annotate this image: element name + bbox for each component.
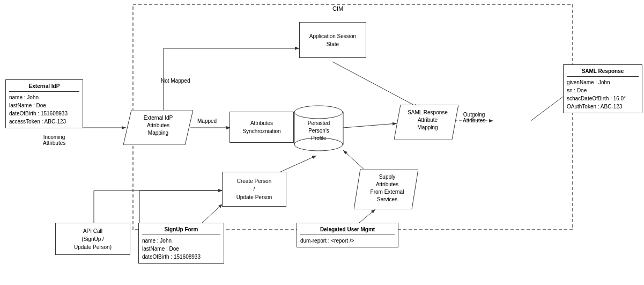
cim-label: CIM — [332, 5, 343, 12]
svg-point-22 — [294, 106, 343, 119]
svg-line-9 — [343, 123, 397, 128]
outgoing-attributes-label: OutgoingAttributes — [463, 112, 485, 123]
diagram: CIM External IdP name : John lastName : … — [0, 0, 644, 285]
svg-line-11 — [531, 97, 563, 121]
signup-form-field-2: lastName : Doe — [142, 245, 220, 253]
attributes-sync-label: AttributesSynchrozniation — [242, 119, 280, 135]
supply-attributes-box: SupplyAttributesFrom ExternalServices — [354, 169, 418, 209]
external-idp-mapping-box: External IdPAttributesMapping — [123, 110, 193, 145]
signup-form-box: SignUp Form name : John lastName : Doe d… — [138, 223, 224, 264]
api-call-label: API Call(SignUp /Update Person) — [74, 227, 112, 251]
delegated-user-mgmt-box: Delegated User Mgmt dum-report : <report… — [297, 223, 398, 247]
incoming-attributes-label: IncomingAttributes — [43, 134, 65, 146]
saml-response-mapping-box: SAML ResponseAttributeMapping — [394, 105, 458, 140]
signup-form-field-3: dateOfBirth : 151608933 — [142, 253, 220, 261]
not-mapped-label: Not Mapped — [161, 78, 190, 84]
saml-response-title: SAML Response — [567, 67, 639, 77]
saml-response-box: SAML Response givenName : John sn : Doe … — [563, 64, 642, 113]
persisted-profile-label: PersistedPerson'sProfile — [293, 120, 344, 142]
mapped-label: Mapped — [197, 118, 217, 124]
create-update-person-box: Create Person/Update Person — [222, 172, 286, 207]
create-update-person-label: Create Person/Update Person — [236, 177, 272, 201]
delegated-user-mgmt-title: Delegated User Mgmt — [300, 225, 395, 235]
svg-line-8 — [332, 62, 418, 107]
saml-response-field-1: givenName : John — [567, 78, 639, 86]
app-session-state-box: Application SessionState — [299, 22, 366, 58]
signup-form-field-1: name : John — [142, 237, 220, 245]
supply-attributes-label: SupplyAttributesFrom ExternalServices — [358, 173, 416, 203]
signup-form-title: SignUp Form — [142, 225, 220, 235]
app-session-state-label: Application SessionState — [309, 32, 356, 48]
external-idp-field-2: lastName : Doe — [9, 101, 79, 109]
persisted-profile-cylinder: PersistedPerson'sProfile — [293, 105, 344, 152]
saml-response-field-4: OAuthToken : ABC-123 — [567, 103, 639, 111]
external-idp-field-3: dateOfBirth : 151608933 — [9, 109, 79, 118]
api-call-box: API Call(SignUp /Update Person) — [55, 223, 130, 255]
external-idp-field-1: name : John — [9, 93, 79, 101]
saml-response-mapping-label: SAML ResponseAttributeMapping — [399, 109, 456, 131]
saml-response-field-2: sn : Doe — [567, 86, 639, 94]
external-idp-field-4: accessToken : ABC-123 — [9, 118, 79, 126]
attributes-sync-box: AttributesSynchrozniation — [230, 112, 294, 143]
external-idp-title: External IdP — [9, 82, 79, 92]
external-idp-box: External IdP name : John lastName : Doe … — [5, 79, 83, 128]
external-idp-mapping-label: External IdPAttributesMapping — [131, 114, 185, 137]
saml-response-field-3: schacDateOfBirth : 16.0* — [567, 94, 639, 103]
delegated-user-mgmt-field-1: dum-report : <report /> — [300, 237, 395, 245]
